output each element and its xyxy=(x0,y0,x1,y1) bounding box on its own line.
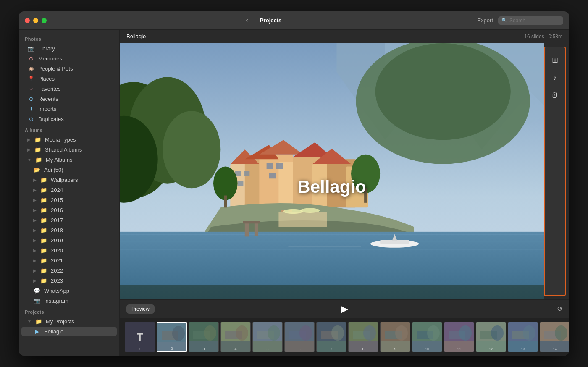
svg-rect-24 xyxy=(238,181,244,186)
slide-number: 2 xyxy=(171,346,173,351)
film-thumb-3[interactable]: 3 xyxy=(189,322,219,352)
sidebar-item-2017[interactable]: ▶ 📁 2017 xyxy=(21,215,117,225)
svg-rect-40 xyxy=(278,212,327,227)
sidebar-item-label: My Projects xyxy=(46,318,74,325)
svg-rect-37 xyxy=(245,222,249,237)
sidebar-item-wallpapers[interactable]: ▶ 📁 Wallpapers xyxy=(21,175,117,185)
film-thumb-14[interactable]: 14 xyxy=(540,322,569,352)
slide-number: 7 xyxy=(330,347,332,351)
music-icon: ♪ xyxy=(553,73,557,82)
sidebar-item-2018[interactable]: ▶ 📁 2018 xyxy=(21,225,117,235)
sidebar-item-label: 2018 xyxy=(51,227,63,233)
sidebar-item-2020[interactable]: ▶ 📁 2020 xyxy=(21,246,117,255)
scene-title-overlay: Bellagio xyxy=(297,177,366,197)
duplicates-icon: ⊙ xyxy=(27,116,35,122)
search-box[interactable]: 🔍 xyxy=(498,16,563,25)
sidebar-item-2021[interactable]: ▶ 📁 2021 xyxy=(21,256,117,265)
maximize-button[interactable] xyxy=(42,18,47,23)
svg-rect-39 xyxy=(243,221,260,224)
sidebar-item-adi[interactable]: 📂 Adi (50) xyxy=(21,165,117,175)
minimize-button[interactable] xyxy=(33,18,38,23)
export-button[interactable]: Export xyxy=(477,17,493,24)
sidebar-item-label: People & Pets xyxy=(38,66,73,72)
sidebar-item-bellagio[interactable]: ▶ Bellagio xyxy=(21,327,117,336)
preview-button[interactable]: Preview xyxy=(126,304,155,314)
folder-icon: 📁 xyxy=(40,237,47,244)
film-thumb-4[interactable]: 4 xyxy=(220,322,251,352)
folder-icon: 📁 xyxy=(34,147,42,153)
sidebar-item-whatsapp[interactable]: 💬 WhatsApp xyxy=(21,286,117,296)
search-icon: 🔍 xyxy=(501,18,507,23)
sidebar-item-2016[interactable]: ▶ 📁 2016 xyxy=(21,205,117,215)
sidebar-item-label: Bellagio xyxy=(44,328,63,335)
film-thumb-9[interactable]: 9 xyxy=(380,322,410,352)
loop-button[interactable]: ↺ xyxy=(557,305,562,313)
sidebar-item-media-types[interactable]: ▶ 📁 Media Types xyxy=(21,135,117,144)
svg-point-73 xyxy=(331,325,344,341)
chevron-right-icon: ▶ xyxy=(33,188,37,192)
search-input[interactable] xyxy=(509,18,560,24)
close-button[interactable] xyxy=(25,18,30,23)
whatsapp-icon: 💬 xyxy=(33,288,41,294)
folder-icon: 📁 xyxy=(40,227,47,233)
sidebar-item-instagram[interactable]: 📷 Instagram xyxy=(21,296,117,306)
sidebar-item-recents[interactable]: ⊙ Recents xyxy=(21,94,117,104)
sidebar-item-favorites[interactable]: ♡ Favorites xyxy=(21,84,117,94)
folder-icon: 📁 xyxy=(40,278,47,284)
project-header: Bellagio 16 slides · 0:58m xyxy=(120,30,569,43)
svg-point-65 xyxy=(268,325,280,341)
people-icon: ◉ xyxy=(27,66,35,72)
sidebar-item-memories[interactable]: ⊙ Memories xyxy=(21,54,117,63)
imports-icon: ⬇ xyxy=(27,106,35,112)
controls-bar: Preview ▶ ↺ xyxy=(120,299,569,318)
sidebar-item-2022[interactable]: ▶ 📁 2022 xyxy=(21,266,117,275)
sidebar-item-label: 2024 xyxy=(51,187,63,193)
chevron-down-icon: ▼ xyxy=(27,319,32,324)
film-thumb-1[interactable]: T1 xyxy=(125,322,155,352)
slide-number: 11 xyxy=(457,347,461,351)
library-icon: 📷 xyxy=(27,45,35,52)
sidebar-item-label: 2016 xyxy=(51,207,63,213)
theme-button[interactable]: ⊞ xyxy=(547,52,562,68)
sidebar-item-my-projects[interactable]: ▼ 📁 My Projects xyxy=(21,317,117,326)
sidebar-item-label: Wallpapers xyxy=(51,177,78,183)
sidebar-item-duplicates[interactable]: ⊙ Duplicates xyxy=(21,114,117,124)
sidebar-item-2023[interactable]: ▶ 📁 2023 xyxy=(21,276,117,286)
sidebar-item-places[interactable]: 📍 Places xyxy=(21,74,117,84)
sidebar-item-my-albums[interactable]: ▼ 📁 My Albums xyxy=(21,155,117,165)
sidebar-item-2015[interactable]: ▶ 📁 2015 xyxy=(21,195,117,205)
preview-image-container[interactable]: Bellagio xyxy=(120,43,544,299)
music-button[interactable]: ♪ xyxy=(547,70,562,85)
sidebar-item-library[interactable]: 📷 Library xyxy=(21,44,117,53)
svg-rect-29 xyxy=(120,234,544,235)
film-thumb-2[interactable]: 2 xyxy=(157,322,187,352)
film-thumb-5[interactable]: 5 xyxy=(252,322,283,352)
film-thumb-7[interactable]: 7 xyxy=(316,322,346,352)
slide-number: 10 xyxy=(425,347,429,351)
film-thumb-13[interactable]: 13 xyxy=(508,322,538,352)
sidebar-item-label: My Albums xyxy=(46,157,73,163)
film-thumb-12[interactable]: 12 xyxy=(476,322,506,352)
play-button[interactable]: ▶ xyxy=(341,304,348,315)
sidebar-item-label: Favorites xyxy=(38,86,60,92)
film-thumb-8[interactable]: 8 xyxy=(348,322,378,352)
film-thumb-6[interactable]: 6 xyxy=(284,322,315,352)
svg-point-93 xyxy=(491,325,504,341)
memories-icon: ⊙ xyxy=(27,55,35,62)
chevron-right-icon: ▶ xyxy=(33,248,37,253)
chevron-right-icon: ▶ xyxy=(33,268,37,273)
svg-rect-31 xyxy=(120,249,544,249)
projects-section-label: Projects xyxy=(19,306,119,316)
duration-button[interactable]: ⏱ xyxy=(547,88,562,103)
svg-rect-45 xyxy=(224,196,227,208)
film-thumb-11[interactable]: 11 xyxy=(444,322,474,352)
back-button[interactable]: ‹ xyxy=(242,14,252,26)
sidebar-item-people-pets[interactable]: ◉ People & Pets xyxy=(21,64,117,73)
sidebar-item-label: WhatsApp xyxy=(44,288,69,294)
svg-point-85 xyxy=(427,325,440,341)
sidebar-item-2024[interactable]: ▶ 📁 2024 xyxy=(21,185,117,195)
sidebar-item-imports[interactable]: ⬇ Imports xyxy=(21,104,117,114)
film-thumb-10[interactable]: 10 xyxy=(412,322,442,352)
sidebar-item-2019[interactable]: ▶ 📁 2019 xyxy=(21,236,117,245)
sidebar-item-shared-albums[interactable]: ▶ 📁 Shared Albums xyxy=(21,145,117,155)
